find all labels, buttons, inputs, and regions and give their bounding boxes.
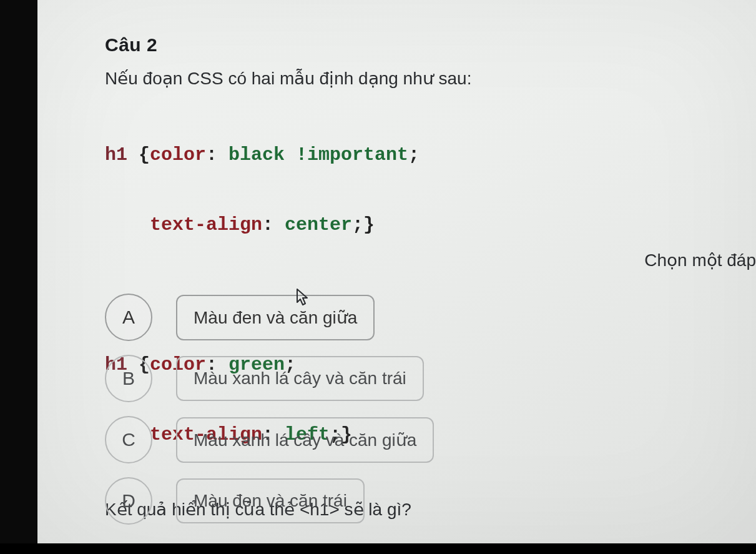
code-token: text-align [150,214,262,235]
question-title: Câu 2 [105,34,756,56]
option-letter: C [105,416,152,463]
option-letter: A [105,294,152,341]
option-d[interactable]: D Màu đen và căn trái [105,477,434,525]
question-intro: Nếu đoạn CSS có hai mẫu định dạng như sa… [105,67,756,91]
code-token: color [150,144,206,166]
code-token: { [127,144,150,166]
option-text: Màu xanh lá cây và căn trái [176,356,424,401]
option-letter: B [105,355,152,402]
option-letter: D [105,477,152,525]
option-a[interactable]: A Màu đen và căn giữa [105,294,434,341]
code-token: : [262,214,285,235]
option-b[interactable]: B Màu xanh lá cây và căn trái [105,355,434,402]
quiz-page: Câu 2 Nếu đoạn CSS có hai mẫu định dạng … [37,0,756,543]
options-container: A Màu đen và căn giữa B Màu xanh lá cây … [105,294,434,538]
option-text: Màu xanh lá cây và căn giữa [176,417,434,463]
code-token: } [363,214,375,235]
code-token: : [206,144,228,166]
code-token: center [285,214,352,235]
code-token: h1 [105,144,127,166]
option-text: Màu đen và căn giữa [176,295,375,340]
instruction-text: Chọn một đáp [632,250,756,270]
option-c[interactable]: C Màu xanh lá cây và căn giữa [105,416,434,463]
code-token: black !important [228,144,408,166]
code-token: ; [352,214,363,235]
screen-bezel-bottom [0,543,756,554]
screen-bezel-left [0,0,37,554]
code-token: ; [408,144,420,166]
option-text: Màu đen và căn trái [176,478,365,523]
